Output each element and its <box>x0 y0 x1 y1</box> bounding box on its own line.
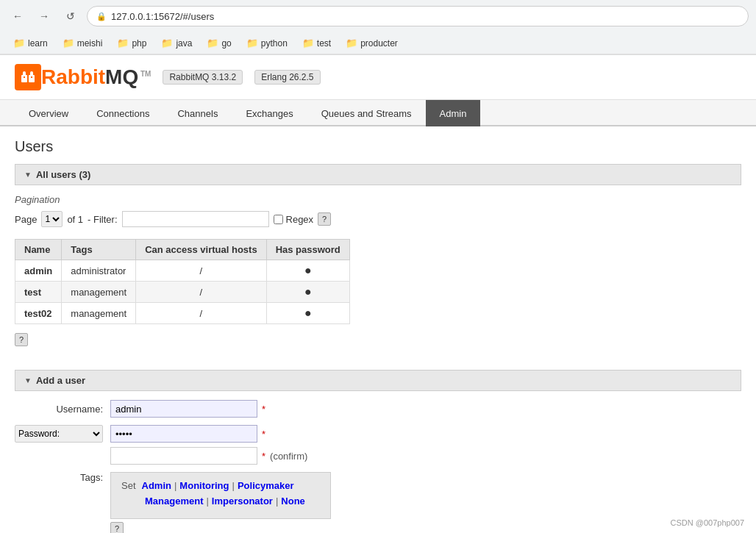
bookmark-java[interactable]: 📁 java <box>155 35 198 51</box>
tag-impersonator-link[interactable]: Impersonator <box>212 496 273 507</box>
browser-toolbar: ← → ↺ 🔒 127.0.0.1:15672/#/users <box>0 0 756 32</box>
table-help-button[interactable]: ? <box>15 333 28 346</box>
bookmarks-bar: 📁 learn 📁 meishi 📁 php 📁 java 📁 go 📁 pyt… <box>0 32 756 54</box>
bookmark-label: php <box>132 38 146 49</box>
collapse-triangle-icon: ▼ <box>24 171 32 179</box>
page-content: RabbitMQ TM RabbitMQ 3.13.2 Erlang 26.2.… <box>0 55 756 533</box>
user-name-admin[interactable]: admin <box>15 260 62 282</box>
tab-channels[interactable]: Channels <box>163 100 232 126</box>
username-input[interactable] <box>110 400 257 418</box>
bookmark-test[interactable]: 📁 test <box>296 35 337 51</box>
pagination-section: Pagination Page 1 of 1 - Filter: Regex ? <box>15 194 741 227</box>
bookmark-go[interactable]: 📁 go <box>201 35 237 51</box>
bookmark-label: java <box>176 38 192 49</box>
username-row: Username: * <box>15 400 741 418</box>
folder-icon: 📁 <box>161 37 173 49</box>
bookmark-learn[interactable]: 📁 learn <box>7 35 54 51</box>
tag-policymaker-link[interactable]: Policymaker <box>238 480 294 491</box>
tag-monitoring-link[interactable]: Monitoring <box>179 480 229 491</box>
user-password-test02: ● <box>266 303 349 324</box>
filter-label: - Filter: <box>88 214 117 225</box>
user-name-test[interactable]: test <box>15 282 62 303</box>
set-label: Set <box>121 480 136 491</box>
tags-links-row2: Management | Impersonator | None <box>145 496 320 507</box>
main-content: Users ▼ All users (3) Pagination Page 1 … <box>0 126 756 533</box>
svg-rect-2 <box>23 71 26 76</box>
url-text: 127.0.0.1:15672/#/users <box>111 11 214 22</box>
regex-label: Regex <box>286 214 314 225</box>
folder-icon: 📁 <box>302 37 314 49</box>
password-row: Password: Hashing: * * (confirm) <box>15 425 741 465</box>
tags-label: Tags: <box>15 472 110 483</box>
password-confirm-input[interactable] <box>110 447 257 465</box>
rmq-logo: RabbitMQ TM <box>15 64 151 90</box>
col-tags: Tags <box>62 240 136 260</box>
tab-queues[interactable]: Queues and Streams <box>307 100 426 126</box>
add-user-section-title: Add a user <box>36 375 85 386</box>
erlang-version-badge: Erlang 26.2.5 <box>254 70 320 85</box>
pagination-label: Pagination <box>15 194 741 205</box>
folder-icon: 📁 <box>346 37 357 49</box>
bookmark-python[interactable]: 📁 python <box>240 35 293 51</box>
rmq-version-badge: RabbitMQ 3.13.2 <box>163 70 243 85</box>
all-users-section-title: All users (3) <box>36 169 90 180</box>
of-label: of 1 <box>67 214 83 225</box>
rmq-logo-text: RabbitMQ TM <box>41 65 151 89</box>
address-bar[interactable]: 🔒 127.0.0.1:15672/#/users <box>87 6 749 26</box>
col-vhosts: Can access virtual hosts <box>136 240 266 260</box>
bookmark-producter[interactable]: 📁 producter <box>340 35 404 51</box>
user-password-admin: ● <box>266 260 349 282</box>
nav-tabs: Overview Connections Channels Exchanges … <box>0 100 756 126</box>
tags-links-row: Set Admin | Monitoring | Policymaker <box>121 480 320 491</box>
user-name-test02[interactable]: test02 <box>15 303 62 324</box>
folder-icon: 📁 <box>13 37 25 49</box>
tags-help-button[interactable]: ? <box>110 522 124 533</box>
bookmark-label: producter <box>360 38 398 49</box>
password-type-select[interactable]: Password: Hashing: <box>15 425 103 443</box>
bookmark-label: meishi <box>77 38 103 49</box>
browser-chrome: ← → ↺ 🔒 127.0.0.1:15672/#/users 📁 learn … <box>0 0 756 55</box>
bookmark-meishi[interactable]: 📁 meishi <box>57 35 109 51</box>
back-button[interactable]: ← <box>7 6 28 26</box>
filter-input[interactable] <box>122 211 269 227</box>
regex-checkbox[interactable] <box>274 215 283 224</box>
confirm-label: (confirm) <box>270 451 307 462</box>
password-required-star: * <box>262 429 265 440</box>
folder-icon: 📁 <box>63 37 74 49</box>
add-user-section: ▼ Add a user Username: * Password: Hashi… <box>15 370 741 533</box>
bookmark-label: test <box>317 38 331 49</box>
add-user-section-header[interactable]: ▼ Add a user <box>15 370 741 391</box>
user-vhosts-admin: / <box>136 260 266 282</box>
col-name: Name <box>15 240 62 260</box>
user-vhosts-test: / <box>136 282 266 303</box>
page-select[interactable]: 1 <box>41 211 63 227</box>
tab-exchanges[interactable]: Exchanges <box>232 100 307 126</box>
bookmark-label: learn <box>28 38 48 49</box>
rmq-header: RabbitMQ TM RabbitMQ 3.13.2 Erlang 26.2.… <box>0 55 756 100</box>
tag-admin-link[interactable]: Admin <box>142 480 171 491</box>
folder-icon: 📁 <box>246 37 258 49</box>
regex-help-button[interactable]: ? <box>318 212 331 226</box>
tab-overview[interactable]: Overview <box>15 100 82 126</box>
user-tags-test: management <box>62 282 136 303</box>
tags-row: Tags: Set Admin | Monitoring | Policymak… <box>15 472 741 533</box>
tag-none-link[interactable]: None <box>281 496 305 507</box>
svg-rect-3 <box>30 71 33 76</box>
forward-button[interactable]: → <box>34 6 54 26</box>
reload-button[interactable]: ↺ <box>60 6 81 26</box>
tab-admin[interactable]: Admin <box>426 100 481 126</box>
username-required-star: * <box>262 404 265 415</box>
bookmark-label: python <box>261 38 288 49</box>
rmq-logo-icon <box>15 64 41 90</box>
password-input[interactable] <box>110 425 257 443</box>
user-password-test: ● <box>266 282 349 303</box>
all-users-section-header[interactable]: ▼ All users (3) <box>15 164 741 185</box>
folder-icon: 📁 <box>207 37 218 49</box>
footer-text: CSDN @007php007 <box>671 518 744 527</box>
users-table: Name Tags Can access virtual hosts Has p… <box>15 239 350 324</box>
pagination-controls: Page 1 of 1 - Filter: Regex ? <box>15 211 741 227</box>
tab-connections[interactable]: Connections <box>82 100 163 126</box>
tag-management-link[interactable]: Management <box>145 496 203 507</box>
folder-icon: 📁 <box>117 37 129 49</box>
bookmark-php[interactable]: 📁 php <box>111 35 152 51</box>
